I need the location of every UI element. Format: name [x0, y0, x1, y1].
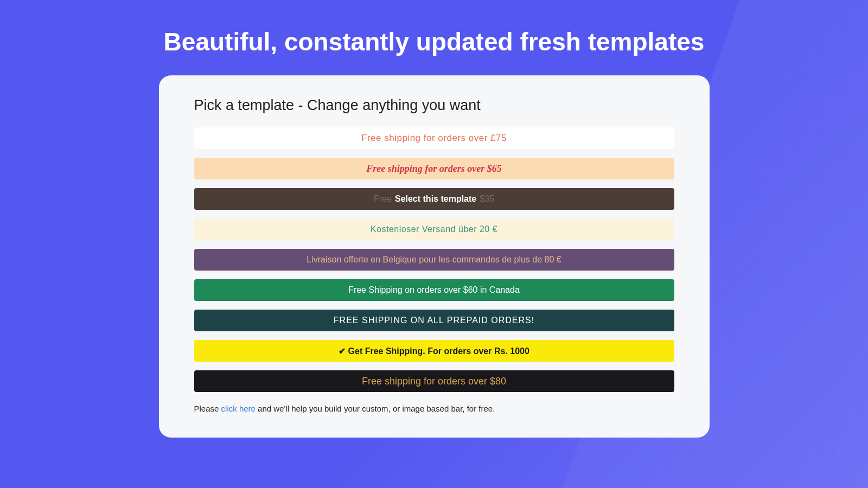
template-bar-gbp75[interactable]: Free shipping for orders over £75: [194, 127, 674, 149]
page-headline: Beautiful, constantly updated fresh temp…: [0, 0, 868, 56]
template-bar-belgique[interactable]: Livraison offerte en Belgique pour les c…: [194, 249, 674, 271]
template-bar-label: Free shipping for orders over $80: [362, 376, 506, 387]
template-bar-label: ✔ Get Free Shipping. For orders over Rs.…: [339, 346, 529, 356]
template-bar-prepaid[interactable]: FREE SHIPPING ON ALL PREPAID ORDERS!: [194, 310, 674, 331]
template-bar-label: Free shipping for orders over $65: [366, 163, 502, 175]
template-bar-usd65[interactable]: Free shipping for orders over $65: [194, 158, 674, 179]
template-bar-label: Livraison offerte en Belgique pour les c…: [307, 255, 561, 265]
card-subhead: Pick a template - Change anything you wa…: [194, 97, 674, 114]
template-bar-cta: Select this template: [395, 194, 476, 204]
template-bar-canada[interactable]: Free Shipping on orders over $60 in Cana…: [194, 279, 674, 301]
helper-text: Please click here and we'll help you bui…: [194, 404, 674, 413]
helper-pre: Please: [194, 404, 221, 413]
template-bar-usd80[interactable]: Free shipping for orders over $80: [194, 370, 674, 392]
template-bar-pre: Free: [374, 194, 392, 204]
helper-suf: and we'll help you build your custom, or…: [256, 404, 495, 413]
template-bar-label: Free shipping for orders over £75: [361, 133, 507, 144]
template-bar-label: Kostenloser Versand über 20 €: [371, 224, 497, 234]
template-bar-suf: $35: [480, 194, 494, 204]
template-bar-label: Free Shipping on orders over $60 in Cana…: [348, 285, 520, 295]
template-bar-label: FREE SHIPPING ON ALL PREPAID ORDERS!: [334, 316, 534, 325]
templates-card: Pick a template - Change anything you wa…: [159, 75, 710, 438]
template-bar-list: Free shipping for orders over £75 Free s…: [194, 127, 674, 392]
helper-link[interactable]: click here: [221, 404, 256, 413]
template-bar-select-cta[interactable]: Free Select this template $35: [194, 188, 674, 210]
template-bar-rs1000[interactable]: ✔ Get Free Shipping. For orders over Rs.…: [194, 340, 674, 362]
template-bar-eur20[interactable]: Kostenloser Versand über 20 €: [194, 219, 674, 240]
